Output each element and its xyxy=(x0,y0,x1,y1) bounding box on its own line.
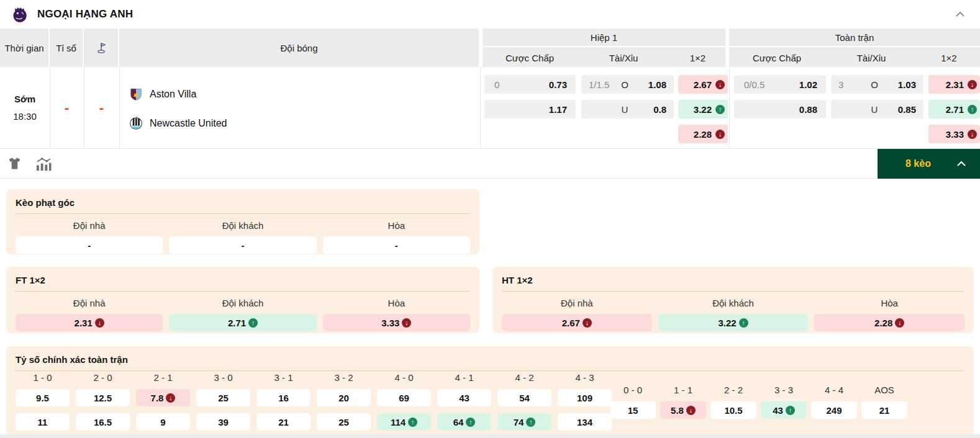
score-odds-box[interactable]: 20 xyxy=(317,389,371,406)
odds-value: 249 xyxy=(826,405,842,416)
score-odds-box[interactable]: 9.5 xyxy=(16,389,70,406)
odds-value-box[interactable]: - xyxy=(16,236,163,254)
match-toolbar: 8 kèo xyxy=(0,149,980,179)
score-odds-box[interactable]: 10.5 xyxy=(710,401,756,419)
away-team-name: Newcastle United xyxy=(150,118,227,129)
bets-count-badge[interactable]: 8 kèo xyxy=(878,149,980,179)
jersey-icon[interactable] xyxy=(7,156,22,171)
odds-value: 39 xyxy=(218,417,229,427)
h1-1x2-home-odds[interactable]: 2.67 xyxy=(678,75,728,94)
header-divider xyxy=(479,29,483,67)
odds-value-box[interactable]: - xyxy=(323,236,470,254)
odds-value: 2.71 xyxy=(946,104,965,115)
trend-down-icon xyxy=(686,406,696,415)
under-label: U xyxy=(618,104,632,115)
score-odds-box[interactable]: 249 xyxy=(811,401,857,419)
score-odds-box[interactable]: 11 xyxy=(16,413,70,431)
score-odds-box[interactable]: 69 xyxy=(377,389,431,406)
odds-value: 3.22 xyxy=(694,104,713,115)
ft-1x2-draw-odds[interactable]: 3.33 xyxy=(928,125,980,143)
column-label: Đội khách xyxy=(658,298,809,308)
away-team[interactable]: Newcastle United xyxy=(129,116,227,131)
odds-value: 74 xyxy=(514,417,524,427)
odds-value-box[interactable]: 2.67 xyxy=(502,314,652,331)
odds-value: - xyxy=(241,240,244,251)
odds-value: 21 xyxy=(278,417,289,427)
score-column: 2 - 210.5 xyxy=(710,385,756,426)
score-odds-box[interactable]: 9 xyxy=(136,413,190,431)
ft-1x2-panel: FT 1×2 Đội nhà2.31Đội khách2.71Hòa3.33 xyxy=(6,267,479,333)
odds-value: 7.8 xyxy=(151,393,164,403)
score-odds-box[interactable]: 7.8 xyxy=(136,389,190,406)
over-label: O xyxy=(618,79,632,90)
panel-title: HT 1×2 xyxy=(502,267,964,285)
ft-over-odds[interactable]: 3 O 1.03 xyxy=(831,75,923,94)
ft-handicap-away-odds[interactable]: 0.88 xyxy=(734,100,826,118)
odds-value-box[interactable]: 2.31 xyxy=(16,314,163,331)
ft-1x2-home-odds[interactable]: 2.31 xyxy=(928,75,980,94)
score-odds-box[interactable]: 39 xyxy=(196,413,250,431)
h1-under-odds[interactable]: U 0.8 xyxy=(581,100,674,118)
score-odds-box[interactable]: 16 xyxy=(256,389,311,406)
score-odds-box[interactable]: 64 xyxy=(437,413,491,431)
h1-handicap-away-odds[interactable]: 1.17 xyxy=(484,100,576,118)
score-odds-box[interactable]: 43 xyxy=(437,389,491,406)
score-odds-box[interactable]: 16.5 xyxy=(76,413,130,431)
score-odds-box[interactable]: 134 xyxy=(558,413,612,431)
odds-value: 11 xyxy=(38,417,48,427)
panel-column: Hòa- xyxy=(323,214,470,254)
score-column: 4 - 25474 xyxy=(497,372,551,437)
correct-score-grid: 1 - 09.5112 - 012.516.52 - 17.893 - 0253… xyxy=(16,372,612,437)
h1-handicap-home-odds[interactable]: 0 0.73 xyxy=(484,75,576,94)
league-title: NGOẠI HẠNG ANH xyxy=(37,0,133,29)
correct-score-panel: Tỷ số chính xác toàn trận 1 - 09.5112 - … xyxy=(6,346,974,436)
page-background xyxy=(0,434,980,438)
score-odds-box[interactable]: 74 xyxy=(497,413,551,431)
odds-value-box[interactable]: 3.33 xyxy=(323,314,470,331)
odds-value-box[interactable]: 3.22 xyxy=(658,314,809,331)
odds-value: 64 xyxy=(453,417,464,427)
odds-value: - xyxy=(395,240,398,251)
score-odds-box[interactable]: 25 xyxy=(317,413,371,431)
odds-value: 114 xyxy=(391,417,406,427)
odds-value-box[interactable]: - xyxy=(169,236,316,254)
panel-column: Đội khách- xyxy=(169,214,316,254)
h1-over-odds[interactable]: 1/1.5 O 1.08 xyxy=(581,75,674,94)
odds-value: 43 xyxy=(459,393,470,403)
column-label: 3 - 0 xyxy=(196,372,250,383)
score-odds-box[interactable]: 12.5 xyxy=(76,389,130,406)
ft-under-odds[interactable]: U 0.85 xyxy=(831,100,923,118)
score-odds-box[interactable]: 21 xyxy=(861,401,907,419)
subheader-h1-handicap: Cược Chấp xyxy=(483,48,577,67)
odds-value: 2.67 xyxy=(562,318,580,328)
ft-handicap-home-odds[interactable]: 0/0.5 1.02 xyxy=(734,75,826,94)
score-odds-box[interactable]: 25 xyxy=(196,389,250,406)
score-column: 1 - 09.511 xyxy=(16,372,70,437)
odds-value: 25 xyxy=(338,417,349,427)
column-label: 4 - 3 xyxy=(558,372,612,383)
score-odds-box[interactable]: 21 xyxy=(256,413,311,431)
score-odds-box[interactable]: 43 xyxy=(761,401,807,419)
collapse-section-icon[interactable] xyxy=(954,9,966,20)
score-odds-box[interactable]: 109 xyxy=(558,389,612,406)
odds-value-box[interactable]: 2.28 xyxy=(814,314,964,331)
column-header-corner xyxy=(84,29,119,67)
odds-value-box[interactable]: 2.71 xyxy=(169,314,316,331)
total-line: 1/1.5 xyxy=(581,79,609,90)
corner-placeholder: - xyxy=(84,67,119,148)
panel-title: Kèo phạt góc xyxy=(16,189,470,208)
home-team[interactable]: Aston Villa xyxy=(129,87,196,102)
odds-value: 134 xyxy=(577,417,592,427)
odds-value: 3.33 xyxy=(381,318,399,328)
ft-1x2-away-odds[interactable]: 2.71 xyxy=(928,100,980,118)
panel-column: Đội khách2.71 xyxy=(169,292,316,331)
score-odds-box[interactable]: 15 xyxy=(610,401,656,419)
panel-column: Đội nhà2.67 xyxy=(502,292,652,331)
score-odds-box[interactable]: 54 xyxy=(497,389,551,406)
h1-1x2-draw-odds[interactable]: 2.28 xyxy=(678,125,728,143)
h1-1x2-away-odds[interactable]: 3.22 xyxy=(678,100,728,118)
score-odds-box[interactable]: 5.8 xyxy=(660,401,706,419)
score-odds-box[interactable]: 114 xyxy=(377,413,431,431)
stats-chart-icon[interactable] xyxy=(35,156,52,172)
score-column: 3 - 22025 xyxy=(317,372,371,437)
